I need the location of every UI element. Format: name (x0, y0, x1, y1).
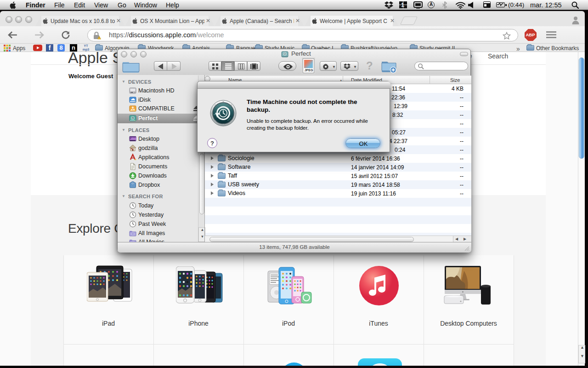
svg-text:!: ! (99, 36, 100, 39)
